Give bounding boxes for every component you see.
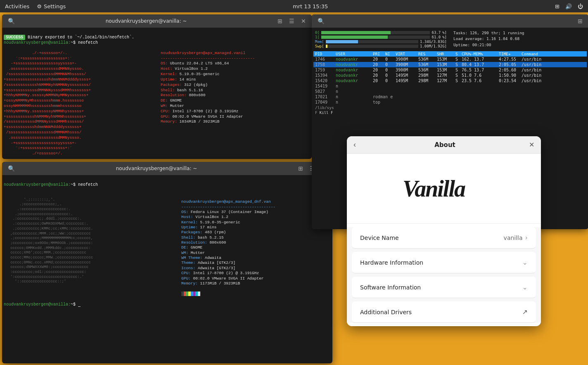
- settings-menu[interactable]: ⚙ Settings: [37, 3, 66, 9]
- about-logo-area: Vanilla: [347, 154, 541, 224]
- power-icon[interactable]: ⏻: [578, 3, 583, 9]
- desktop: 🔍 noudvankruysbergen@vanilla: ~ ⊞ ☰ ✕ SU…: [0, 12, 588, 365]
- mem-row: Mem[ 1.34G/3.83G]: [315, 40, 447, 44]
- sysmon-search-button[interactable]: 🔍: [316, 17, 326, 25]
- uptime-line: Uptime: 00:21:00: [453, 42, 585, 48]
- vanilla-logo-svg: Vanilla: [398, 170, 489, 203]
- vanilla-logo: Vanilla: [398, 170, 489, 208]
- terminal-prompt-bottom: noudvankruysbergen@vanilla:~$ █: [4, 302, 81, 307]
- terminal-window-2: 🔍 noudvankruysbergen@vanilla: ~ ⊞ ☰ ✕ no…: [2, 162, 332, 363]
- search-button-2[interactable]: 🔍: [6, 164, 17, 173]
- hardware-info-row[interactable]: Hardware Information ⌄: [352, 252, 536, 273]
- hardware-info-chevron: ⌄: [522, 258, 528, 266]
- topbar: Activities ⚙ Settings mrt 13 15:35 ⊞ 🔊 ⏻: [0, 0, 588, 12]
- cpu-mem-section: 0[ 63.7%] 1[ 61.0%] Mem[: [313, 29, 587, 50]
- success-badge: SUCCESS: [4, 35, 25, 40]
- table-row[interactable]: 17021 n rodman e: [313, 94, 587, 100]
- col-res-header: RES: [418, 52, 437, 56]
- sysmon-content: 0[ 63.7%] 1[ 61.0%] Mem[: [312, 28, 588, 117]
- svg-text:Vanilla: Vanilla: [403, 176, 465, 201]
- tasks-line: Tasks: 126, 290 thr; 1 running: [453, 30, 585, 36]
- sound-icon[interactable]: 🔊: [565, 3, 572, 9]
- cpu0-row: 0[ 63.7%]: [315, 31, 447, 35]
- cpu-section: 0[ 63.7%] 1[ 61.0%] Mem[: [315, 30, 447, 49]
- menu-button-1[interactable]: ☰: [287, 17, 296, 25]
- col-user-header: USER: [336, 52, 373, 56]
- table-row[interactable]: 15420 noudvankr 20 0 1495M 298M 127M S 2…: [313, 78, 587, 83]
- about-dialog-header: ‹ About ✕: [347, 136, 541, 154]
- col-virt-header: VIRT: [396, 52, 418, 56]
- external-link-icon: ↗: [522, 308, 528, 316]
- terminal-line: noudvankruysbergen@vanilla:~$ neofetch: [4, 40, 98, 45]
- terminal-title-1: noudvankruysbergen@vanilla: ~: [17, 18, 276, 24]
- sysmon-titlebar: 🔍 ⊞: [312, 14, 588, 28]
- table-row[interactable]: 1758 noudvankr 20 0 3900M 536M 153M S 80…: [313, 62, 587, 67]
- task-info-section: Tasks: 126, 290 thr; 1 running Load aver…: [453, 30, 585, 49]
- table-row[interactable]: 1746 noudvankr 20 0 3900M 536M 153M S 16…: [313, 57, 587, 62]
- table-row[interactable]: 15419 n: [313, 83, 587, 89]
- chevron-down-icon: ⌄: [522, 258, 528, 266]
- activities-button[interactable]: Activities: [5, 3, 29, 9]
- terminal-content-2: noudvankruysbergen@vanilla:~$ neofetch '…: [2, 175, 332, 363]
- close-button-1[interactable]: ✕: [299, 17, 308, 25]
- topbar-datetime: mrt 13 15:35: [293, 3, 328, 9]
- table-row[interactable]: 5027 n: [313, 89, 587, 94]
- table-row[interactable]: 15394 noudvankr 20 0 1495M 298M 127M S 5…: [313, 73, 587, 78]
- about-dialog-body: Device Name vanilla › Hardware Informati…: [347, 227, 541, 323]
- search-button-1[interactable]: 🔍: [6, 17, 17, 25]
- cpu1-row: 1[ 61.0%]: [315, 35, 447, 39]
- col-cpu-header: CPU%-MEM%: [462, 52, 499, 56]
- software-info-row[interactable]: Software Information ⌄: [352, 277, 536, 298]
- software-info-label: Software Information: [360, 284, 421, 291]
- sysmon-add-button[interactable]: ⊞: [576, 17, 584, 25]
- device-name-row[interactable]: Device Name vanilla ›: [352, 227, 536, 249]
- table-row[interactable]: 17049 n top: [313, 100, 587, 105]
- gear-icon: ⚙: [37, 3, 42, 9]
- bottom-bar: F Kill F: [313, 110, 587, 115]
- load-avg-line: Load average: 1.16 1.04 0.68: [453, 36, 585, 42]
- htop-table-header: PID USER PRI NI VIRT RES SHR S CPU%-MEM%…: [313, 51, 587, 57]
- col-time-header: TIME+: [499, 52, 522, 56]
- neofetch-ubuntu-block: ./-+ossssoo+/-. `:+ssssssssssssssssss+:`…: [4, 45, 310, 156]
- about-dialog-title: About: [361, 141, 529, 149]
- extra-rows: /lib/sys: [313, 105, 587, 110]
- chevron-down-icon-2: ⌄: [522, 283, 528, 291]
- device-name-value: vanilla ›: [504, 234, 528, 242]
- about-back-button[interactable]: ‹: [353, 140, 356, 149]
- col-pid-header: PID: [315, 52, 336, 56]
- hardware-info-label: Hardware Information: [360, 259, 423, 266]
- terminal-line: SUCCESS Binary exported to `~/.local/bin…: [4, 35, 134, 40]
- terminal-window-1: 🔍 noudvankruysbergen@vanilla: ~ ⊞ ☰ ✕ SU…: [2, 14, 312, 159]
- terminal-content-1: SUCCESS Binary exported to `~/.local/bin…: [2, 28, 312, 159]
- swap-row: Swp[ 1.00M/1.92G]: [315, 44, 447, 48]
- chevron-right-icon: ›: [525, 234, 528, 242]
- about-dialog: ‹ About ✕ Vanilla Device Name vanilla › …: [347, 136, 541, 326]
- network-icon[interactable]: ⊞: [555, 3, 560, 9]
- add-tab-button-1[interactable]: ⊞: [276, 17, 284, 25]
- col-s-header: S: [455, 52, 462, 56]
- titlebar-right-1: ⊞ ☰ ✕: [276, 17, 308, 25]
- terminal-titlebar-2: 🔍 noudvankruysbergen@vanilla: ~ ⊞ ☰ ✕: [2, 162, 332, 175]
- neofetch-fedora-block: '.;:::::::;,'. .;cccccccccccccc;,. .:ccc…: [4, 193, 331, 296]
- software-info-chevron: ⌄: [522, 283, 528, 291]
- topbar-left: Activities ⚙ Settings: [5, 3, 66, 9]
- col-shr-header: SHR: [437, 52, 455, 56]
- htop-table-body: 1746 noudvankr 20 0 3900M 536M 153M S 16…: [313, 57, 587, 105]
- topbar-right: ⊞ 🔊 ⏻: [555, 3, 583, 9]
- table-row[interactable]: 1759 noudvankr 20 0 3900M 536M 153M S 76…: [313, 67, 587, 73]
- additional-drivers-label: Additional Drivers: [360, 309, 412, 315]
- additional-drivers-row[interactable]: Additional Drivers ↗: [352, 301, 536, 323]
- about-close-button[interactable]: ✕: [529, 141, 534, 149]
- col-ni-header: NI: [385, 52, 396, 56]
- titlebar-left-1: 🔍: [6, 17, 17, 25]
- add-tab-button-2[interactable]: ⊞: [296, 164, 305, 173]
- terminal-line-2a: noudvankruysbergen@vanilla:~$ neofetch: [4, 182, 98, 187]
- terminal-titlebar-1: 🔍 noudvankruysbergen@vanilla: ~ ⊞ ☰ ✕: [2, 14, 312, 28]
- terminal-title-2: noudvankruysbergen@vanilla: ~: [17, 166, 296, 171]
- device-name-label: Device Name: [360, 235, 399, 241]
- additional-drivers-icon: ↗: [522, 308, 528, 316]
- col-cmd-header: Command: [522, 52, 585, 56]
- titlebar-left-2: 🔍: [6, 164, 17, 173]
- col-pri-header: PRI: [373, 52, 385, 56]
